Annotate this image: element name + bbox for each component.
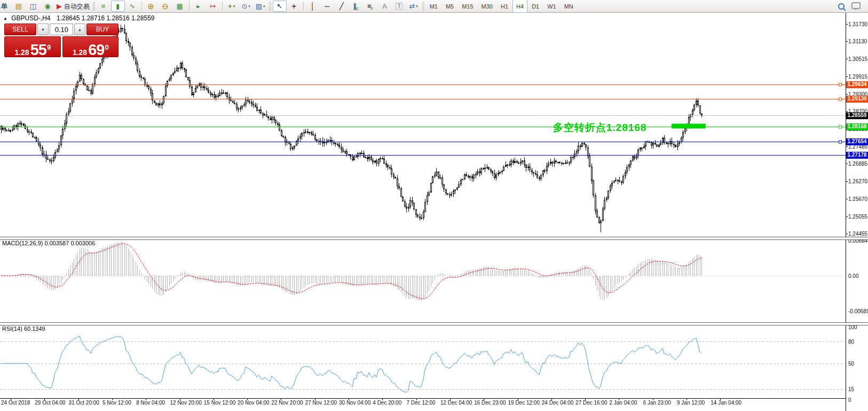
zoom-in-icon[interactable]: ⊕ xyxy=(144,1,158,12)
timeframe-h1[interactable]: H1 xyxy=(497,0,512,13)
timeframe-mn[interactable]: MN xyxy=(561,0,577,13)
timeframe-m30[interactable]: M30 xyxy=(478,0,496,13)
chat-icon[interactable] xyxy=(851,2,861,9)
dropdown-arrow-icon: ▾ xyxy=(416,4,418,8)
timeframe-m5[interactable]: M5 xyxy=(442,0,457,13)
toolbar-separator xyxy=(141,2,142,11)
macd-label: MACD(12,26,9) 0.003587 0.003006 xyxy=(2,240,95,246)
trendline-icon[interactable]: ╱ xyxy=(335,1,349,12)
buy-price-int: 1.28 xyxy=(73,48,87,57)
panel-separator[interactable] xyxy=(0,322,868,325)
toolbar-grip xyxy=(422,2,424,11)
timeframe-h4[interactable]: H4 xyxy=(512,0,527,13)
time-tick-label: 27 Nov 12:00 xyxy=(305,400,337,406)
indicators-button[interactable]: +▾ xyxy=(225,1,239,12)
time-tick-label: 24 Oct 2018 xyxy=(1,400,30,406)
chart-window: ▲ GBPUSD-,H4 1.28645 1.28716 1.28516 1.2… xyxy=(0,12,868,411)
sell-price-int: 1.28 xyxy=(14,48,29,57)
autotrade-icon: ▶ xyxy=(57,3,62,10)
time-tick-label: 7 Dec 12:00 xyxy=(407,400,436,406)
time-tick-label: 9 Jan 12:00 xyxy=(677,400,705,406)
time-tick-label: 16 Dec 23:00 xyxy=(474,400,506,406)
crosshair-icon[interactable]: + xyxy=(287,1,301,12)
autotrade-button[interactable]: ▶ 自动交易 xyxy=(55,1,91,12)
one-click-trade-panel: SELL ▼ 0.10 ▲ BUY 1.28 55 9 1.28 69 0 xyxy=(4,24,119,57)
text-icon[interactable]: A xyxy=(378,1,392,12)
timeframe-m1[interactable]: M1 xyxy=(426,0,441,13)
sell-button[interactable]: SELL xyxy=(4,24,36,35)
navigator-icon[interactable]: ◫ xyxy=(26,1,40,12)
hline-price-label[interactable]: 1.27654 xyxy=(846,138,868,145)
volume-decrease-button[interactable]: ▼ xyxy=(37,24,49,35)
dropdown-arrow-icon: ▾ xyxy=(263,4,265,8)
auto-scroll-icon[interactable]: ▸ xyxy=(192,1,206,12)
shapes-button[interactable]: ⇄▾ xyxy=(407,1,421,12)
dropdown-arrow-icon: ▾ xyxy=(248,4,250,8)
fibonacci-icon[interactable]: ≡F xyxy=(364,1,377,12)
hline-price-label[interactable]: 1.29139 xyxy=(846,96,868,103)
price-tick-label: 1.31130 xyxy=(848,38,867,44)
rsi-tick-label: 50 xyxy=(848,361,854,367)
tile-windows-icon[interactable]: ▦ xyxy=(173,1,187,12)
volume-increase-button[interactable]: ▲ xyxy=(74,24,85,35)
time-tick-label: 30 Nov 04:00 xyxy=(339,400,371,406)
time-tick-label: 14 Jan 04:00 xyxy=(711,400,741,406)
time-tick-label: 27 Dec 16:00 xyxy=(575,400,607,406)
time-tick-label: 4 Dec 20:00 xyxy=(373,400,401,406)
ohlc-values: 1.28645 1.28716 1.28516 1.28559 xyxy=(57,14,155,22)
buy-button[interactable]: BUY xyxy=(86,24,119,35)
collapse-panel-icon[interactable]: ▲ xyxy=(3,16,7,21)
cursor-icon[interactable]: ↖ xyxy=(273,1,287,12)
timeframe-w1[interactable]: W1 xyxy=(543,0,560,13)
sell-price-big: 55 xyxy=(30,41,46,59)
toolbar-grip xyxy=(269,2,271,11)
line-chart-icon[interactable]: ∿ xyxy=(125,1,139,12)
signals-icon[interactable]: ◉ xyxy=(41,1,54,12)
main-chart-canvas[interactable] xyxy=(0,12,868,411)
hline-price-label[interactable]: 1.29634 xyxy=(846,81,868,88)
terminal-icon[interactable]: ▤ xyxy=(12,1,26,12)
price-tick-label: 1.26270 xyxy=(848,179,867,184)
time-tick-label: 12 Nov 20:00 xyxy=(170,400,202,406)
rsi-tick-label: 15 xyxy=(848,386,854,392)
price-tick-label: 1.30515 xyxy=(848,56,867,62)
horizontal-line-icon[interactable]: ─ xyxy=(320,1,334,12)
panel-separator[interactable] xyxy=(0,237,868,240)
candlestick-chart-icon[interactable]: ▮ xyxy=(111,1,125,12)
buy-price-button[interactable]: 1.28 69 0 xyxy=(62,36,119,57)
time-tick-label: 6 Jan 23:00 xyxy=(643,400,671,406)
symbol-period-label: GBPUSD-,H4 xyxy=(11,14,50,22)
price-tick-label: 1.25670 xyxy=(848,196,867,202)
annotation-text: 多空转折点1.28168 xyxy=(553,121,647,135)
templates-button[interactable]: ▨▾ xyxy=(254,1,267,12)
zoom-out-icon[interactable]: ⊖ xyxy=(159,1,172,12)
periods-button[interactable]: ⊙▾ xyxy=(239,1,253,12)
sell-price-button[interactable]: 1.28 55 9 xyxy=(4,36,61,57)
volume-input[interactable]: 0.10 xyxy=(50,24,73,35)
chart-shift-icon[interactable]: ↦ xyxy=(206,1,220,12)
rsi-tick-label: 80 xyxy=(848,339,854,345)
price-tick-label: 1.26885 xyxy=(848,161,867,167)
timeframe-d1[interactable]: D1 xyxy=(528,0,543,13)
vertical-line-icon[interactable]: │ xyxy=(306,1,320,12)
time-tick-label: 15 Nov 12:00 xyxy=(204,400,236,406)
current-price-label: 1.28559 xyxy=(846,112,868,119)
dropdown-arrow-icon: ▾ xyxy=(233,4,235,8)
hline-price-label[interactable]: 1.28168 xyxy=(846,123,868,130)
toolbar: 单 ▤ ◫ ◉ ▶ 自动交易 ≡ ▮ ∿ ⊕ ⊖ ▦ ▸ ↦ +▾ ⊙▾ ▨▾ … xyxy=(0,0,868,13)
buy-price-big: 69 xyxy=(88,41,104,59)
toolbar-separator xyxy=(303,2,304,11)
time-tick-label: 29 Oct 04:00 xyxy=(35,400,65,406)
buy-price-pip: 0 xyxy=(105,43,108,51)
timeframe-m15[interactable]: M15 xyxy=(458,0,477,13)
time-tick-label: 19 Dec 12:00 xyxy=(508,400,540,406)
bar-chart-icon[interactable]: ≡ xyxy=(97,1,111,12)
search-icon[interactable] xyxy=(838,3,845,10)
text-label-icon[interactable]: T xyxy=(392,1,406,12)
time-tick-label: 20 Nov 04:00 xyxy=(238,400,270,406)
hline-price-label[interactable]: 1.27178 xyxy=(846,152,868,159)
channel-icon[interactable]: ∥E xyxy=(349,1,363,12)
toolbar-grip xyxy=(93,2,95,11)
new-order-button[interactable]: 单 xyxy=(0,1,11,12)
macd-tick-label: 0.00 xyxy=(848,273,858,279)
